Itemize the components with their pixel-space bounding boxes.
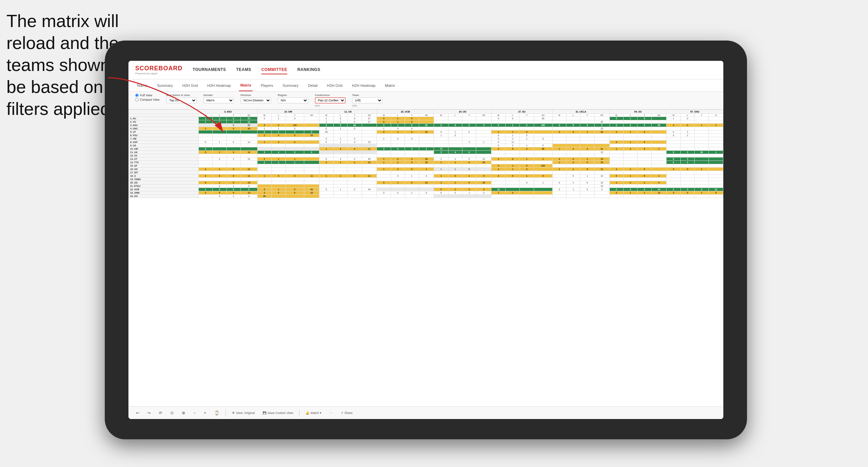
col-asu: 3. ASU — [198, 110, 257, 114]
nav-committee[interactable]: COMMITTEE — [261, 66, 287, 74]
table-row: 5. UT 0140 35 01022 010 110 20140 410 02 — [129, 130, 723, 134]
zoom-in-button[interactable]: ⊕ — [180, 410, 187, 416]
subnav-players[interactable]: Players — [259, 79, 274, 91]
max-teams-select[interactable]: Top 25 Top 50 All — [166, 97, 197, 103]
sh-ua-dif: Dif — [362, 114, 377, 117]
table-row: 18. U 20011 10011 11011 010 1010 2010 01… — [129, 174, 723, 178]
gender-label: Gender — [203, 94, 234, 97]
toolbar-divider-2 — [299, 410, 299, 416]
save-icon: 💾 — [263, 411, 266, 415]
row-label: 21. ETSU — [129, 185, 199, 188]
compact-view-radio[interactable] — [135, 98, 139, 101]
subnav-summary[interactable]: Summary — [155, 79, 174, 91]
team-filter: Team (All) (All) — [352, 94, 383, 107]
col-ucb: 22. UCB — [377, 110, 434, 114]
sh-uw-dif: Dif — [304, 114, 319, 117]
subnav-summary2[interactable]: Summary — [281, 79, 300, 91]
nav-tournaments[interactable]: TOURNAMENTS — [193, 66, 226, 74]
undo-button[interactable]: ↩ — [134, 410, 141, 416]
sh-uu-dif: Dif — [651, 114, 667, 117]
table-row: 4. UNC 10036 110 010 100 23 — [129, 127, 723, 130]
nav-rankings[interactable]: RANKINGS — [297, 66, 320, 74]
conference-label: Conference — [315, 94, 345, 97]
col-uw: 10. UW — [257, 110, 319, 114]
conference-sub-value: (All) — [315, 104, 345, 107]
row-label: 14. TTU — [129, 161, 199, 164]
matrix-content[interactable]: 3. ASU 10. UW 11. UA 22. UCB 24. UO 27. … — [128, 109, 723, 407]
clock-button[interactable]: ⌚ — [212, 410, 221, 416]
table-row: 20. UG 010-34 01023 11040 01 01013 1010 — [129, 181, 723, 185]
sh-ucla-t: T — [580, 114, 594, 117]
filters-bar: Full View Compact View Max teams in view… — [128, 92, 723, 109]
sh-asu-w: W — [198, 114, 212, 117]
options-button[interactable]: ⋯ — [328, 410, 335, 416]
sh-asu-l: L — [213, 114, 226, 117]
conference-select[interactable]: Pac-12 Conference (All) ACC Big Ten Big … — [315, 97, 345, 103]
col-su: 27. SU — [491, 110, 552, 114]
save-custom-view-button[interactable]: 💾 Save Custom View — [261, 410, 295, 416]
zoom-out-button[interactable]: − — [191, 410, 198, 416]
team-label: Team — [352, 94, 383, 97]
full-view-option[interactable]: Full View — [135, 94, 160, 97]
sh-uu-t: T — [637, 114, 651, 117]
table-row: 8. UAF 01014 120 01015 11 011 010 — [129, 141, 723, 144]
conference-filter: Conference Pac-12 Conference (All) ACC B… — [315, 94, 345, 107]
logo-title: SCOREBOARD — [135, 65, 183, 72]
row-label: 23. UNM — [129, 191, 199, 195]
sh-ucla-l: L — [566, 114, 580, 117]
subnav-matrix[interactable]: Matrix — [239, 79, 252, 91]
undo-icon: ↩ — [136, 411, 139, 415]
gender-filter: Gender Men's Women's — [203, 94, 234, 103]
sub-nav: Teams Summary H2H Grid H2H Heatmap Matri… — [128, 79, 723, 92]
division-label: Division — [241, 94, 271, 97]
subnav-h2h-grid[interactable]: H2H Grid — [181, 79, 199, 91]
team-sub-value: (All) — [352, 104, 383, 107]
subnav-matrix2[interactable]: Matrix — [384, 79, 396, 91]
target-button[interactable]: ⊙ — [168, 410, 176, 416]
region-select[interactable]: N/A Northeast Southeast Midwest West — [278, 97, 308, 103]
tablet-screen: SCOREBOARD Powered by clippd TOURNAMENTS… — [128, 61, 723, 419]
row-label: 15. UF — [129, 164, 199, 168]
sh-ucb-t: T — [405, 114, 419, 117]
toolbar-divider-1 — [225, 410, 226, 416]
watch-button[interactable]: 🔔 Watch ▾ — [304, 410, 323, 416]
row-label: 3. ASU — [129, 124, 199, 127]
table-row: 1. AU 12023 010 20027 010 0050 010 10 — [129, 117, 723, 120]
sh-uo-w: W — [434, 114, 448, 117]
subnav-h2h-grid2[interactable]: H2H Grid — [326, 79, 344, 91]
nav-teams[interactable]: TEAMS — [236, 66, 251, 74]
corner-cell — [129, 110, 199, 114]
sh-su-w: W — [491, 114, 506, 117]
row-label: 22. UCB — [129, 188, 199, 191]
col-uo: 24. UO — [434, 110, 491, 114]
team-select[interactable]: (All) — [352, 97, 383, 103]
col-ucla: 31. UCLA — [552, 110, 609, 114]
view-original-button[interactable]: 👁 View: Original — [230, 410, 257, 416]
full-view-radio[interactable] — [135, 94, 139, 97]
row-label: 4. UNC — [129, 127, 199, 130]
division-select[interactable]: NCAA Division I NCAA Division II NCAA Di… — [241, 97, 271, 103]
subnav-detail[interactable]: Detail — [307, 79, 319, 91]
col-uu: 54. UU — [609, 110, 667, 114]
refresh-button[interactable]: ⟳ — [157, 410, 164, 416]
sh-uo-l: L — [448, 114, 462, 117]
row-label: 13. UT — [129, 157, 199, 161]
row-label: 6. FSU — [129, 134, 199, 137]
clock-icon: ⌚ — [214, 411, 219, 415]
sh-uu-w: W — [609, 114, 623, 117]
table-row: 14. TTU 211 21122 12026 11026 12029 03 — [129, 161, 723, 164]
zoom-plus-button[interactable]: + — [202, 410, 208, 416]
redo-button[interactable]: ↪ — [145, 410, 153, 416]
subnav-teams[interactable]: Teams — [135, 79, 149, 91]
subnav-h2h-heatmap[interactable]: H2H Heatmap — [206, 79, 232, 91]
compact-view-option[interactable]: Compact View — [135, 98, 160, 101]
options-icon: ⋯ — [330, 411, 333, 415]
sh-asu-t: T — [226, 114, 240, 117]
sh-osu-w: W — [667, 114, 680, 117]
gender-select[interactable]: Men's Women's — [203, 97, 234, 103]
subnav-h2h-heatmap2[interactable]: H2H Heatmap — [351, 79, 377, 91]
table-row: 17. GIT — [129, 171, 723, 174]
share-button[interactable]: ↗ Share — [339, 410, 355, 416]
sh-ua-t: T — [347, 114, 362, 117]
row-label: 20. UG — [129, 181, 199, 185]
